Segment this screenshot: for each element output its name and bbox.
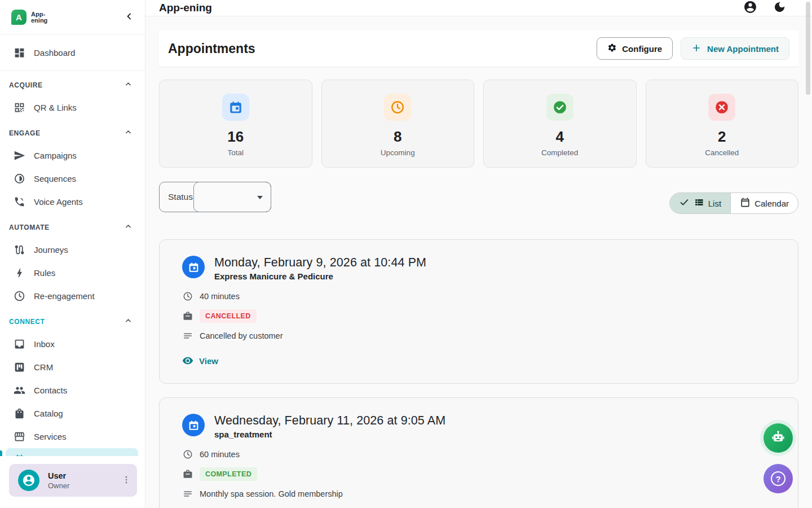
appointment-details: 60 minutes COMPLETED Month (183, 449, 775, 500)
dark-mode-toggle[interactable] (773, 1, 786, 15)
briefcase-icon (183, 311, 193, 321)
user-meta: User Owner (48, 471, 69, 490)
status-select[interactable]: Status (159, 182, 271, 212)
stat-card-total: 16 Total (159, 80, 312, 168)
stat-card-cancelled: 2 Cancelled (646, 80, 799, 168)
appointments-list: Monday, February 9, 2026 at 10:44 PM Exp… (159, 239, 798, 508)
view-link[interactable]: View (182, 355, 233, 366)
contrast-circle-icon (14, 173, 25, 185)
sidebar-item-dashboard[interactable]: Dashboard (0, 41, 145, 64)
sidebar-item-inbox[interactable]: Inbox (0, 332, 145, 356)
sidebar-item-sequences[interactable]: Sequences (0, 167, 145, 190)
sidebar-item-voice-agents[interactable]: Voice Agents (0, 190, 145, 213)
chevron-up-icon (124, 222, 133, 233)
stat-card-completed: 4 Completed (483, 80, 637, 168)
send-icon (14, 150, 25, 161)
topbar-actions (743, 0, 786, 16)
duration-value: 40 minutes (200, 292, 240, 301)
dots-vertical-icon (121, 475, 131, 487)
sidebar-item-campaigns[interactable]: Campaigns (0, 144, 145, 167)
page-header: Appointments Configure New Appointment (159, 30, 798, 67)
sidebar-item-label: Re-engagement (34, 291, 95, 301)
calendar-view-button[interactable]: Calendar (731, 193, 798, 213)
sidebar-item-label: Dashboard (34, 48, 75, 58)
sidebar-item-services[interactable]: Services (0, 425, 145, 448)
moon-icon (773, 1, 786, 15)
dashboard-icon (14, 47, 25, 59)
duration-row: 40 minutes (183, 291, 775, 302)
account-circle-icon (743, 0, 757, 16)
app-logo-text: App- ening (31, 11, 47, 24)
calendar-avatar-icon (182, 256, 205, 278)
phone-icon (14, 196, 25, 208)
clock-icon (183, 449, 193, 459)
stat-value: 16 (227, 128, 244, 146)
sidebar-section-engage[interactable]: ENGAGE (0, 122, 145, 144)
stat-value: 8 (394, 128, 401, 146)
sidebar-item-label: Journeys (34, 245, 68, 255)
avatar (18, 470, 39, 491)
duration-row: 60 minutes (183, 449, 775, 460)
sidebar-item-catalog[interactable]: Catalog (0, 402, 145, 425)
check-icon (679, 197, 690, 209)
list-icon (694, 197, 704, 209)
scrollbar-thumb[interactable] (806, 2, 810, 95)
sidebar-item-label: Sequences (34, 174, 76, 183)
notes-icon (183, 489, 193, 499)
stat-label: Cancelled (705, 148, 739, 157)
sidebar-nav: Dashboard ACQUIRE QR & Links ENGAGE (0, 35, 145, 471)
route-icon (14, 244, 25, 256)
chatbot-fab-button[interactable] (764, 423, 793, 453)
sidebar-item-label: QR & Links (34, 103, 77, 112)
stat-card-upcoming: 8 Upcoming (321, 80, 475, 168)
stat-value: 2 (718, 128, 726, 146)
sidebar: A App- ening Dashboard (0, 0, 145, 508)
account-button[interactable] (743, 0, 757, 16)
clock-icon (384, 94, 411, 121)
user-name: User (48, 471, 69, 480)
briefcase-icon (183, 469, 193, 479)
appointment-header: Monday, February 9, 2026 at 10:44 PM Exp… (182, 256, 775, 281)
sidebar-item-rules[interactable]: Rules (0, 261, 145, 284)
sidebar-item-re-engagement[interactable]: Re-engagement (0, 284, 145, 308)
user-role: Owner (48, 481, 69, 490)
app-logo-icon: A (11, 10, 27, 25)
appointment-title-block: Monday, February 9, 2026 at 10:44 PM Exp… (214, 256, 426, 281)
cancel-circle-icon (708, 94, 735, 121)
sidebar-item-label: Inbox (34, 339, 55, 349)
list-view-button[interactable]: List (670, 193, 731, 213)
clock-icon (183, 291, 193, 301)
notes-icon (183, 331, 193, 341)
main-area: App-ening Appointments (145, 0, 812, 508)
sidebar-item-crm[interactable]: CRM (0, 356, 145, 379)
sidebar-section-acquire[interactable]: ACQUIRE (0, 75, 145, 96)
clock-icon (14, 290, 25, 302)
shopping-bag-icon (14, 408, 25, 419)
gear-icon (607, 43, 617, 54)
sidebar-collapse-button[interactable] (123, 11, 135, 24)
sidebar-section-automate[interactable]: AUTOMATE (0, 217, 145, 238)
new-appointment-button[interactable]: New Appointment (681, 37, 789, 60)
plus-icon (691, 43, 701, 55)
sidebar-item-label: Contacts (34, 386, 67, 395)
user-menu-button[interactable] (121, 475, 131, 487)
storefront-icon (14, 431, 25, 443)
sidebar-item-label: Services (34, 432, 67, 441)
appointment-details: 40 minutes CANCELLED Cance (183, 291, 775, 341)
appointment-datetime: Monday, February 9, 2026 at 10:44 PM (214, 256, 426, 270)
appointment-card: Wednesday, February 11, 2026 at 9:05 AM … (159, 397, 798, 508)
sidebar-section-connect[interactable]: CONNECT (0, 311, 145, 332)
user-card[interactable]: User Owner (9, 464, 137, 497)
chevron-up-icon (124, 128, 133, 138)
sidebar-item-label: Campaigns (34, 151, 77, 160)
help-fab-button[interactable]: ? (764, 464, 793, 493)
check-circle-icon (546, 94, 573, 121)
sidebar-item-label: Catalog (34, 409, 63, 418)
configure-button[interactable]: Configure (597, 37, 673, 60)
sidebar-item-qr-links[interactable]: QR & Links (0, 96, 145, 119)
sidebar-item-contacts[interactable]: Contacts (0, 379, 145, 402)
view-toggle: List Calendar (669, 192, 798, 214)
question-icon: ? (771, 471, 785, 486)
sidebar-item-journeys[interactable]: Journeys (0, 238, 145, 261)
chevron-up-icon (124, 80, 133, 90)
